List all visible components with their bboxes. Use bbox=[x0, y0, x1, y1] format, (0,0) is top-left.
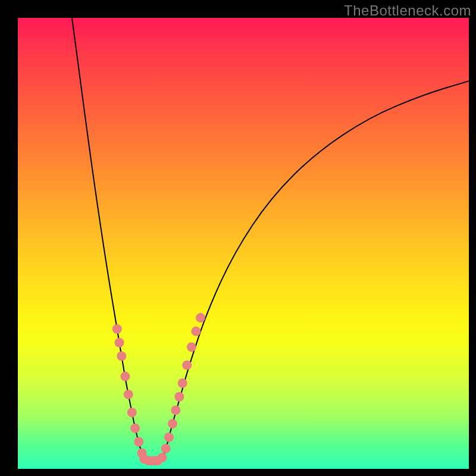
marker-point bbox=[182, 361, 192, 370]
marker-point bbox=[117, 352, 126, 361]
plot-area bbox=[18, 18, 469, 469]
marker-point bbox=[130, 424, 140, 433]
marker-point bbox=[161, 444, 171, 453]
marker-point bbox=[171, 405, 180, 415]
marker-point bbox=[164, 433, 174, 442]
chart-frame: TheBottleneck.com bbox=[0, 0, 476, 476]
marker-point bbox=[120, 372, 130, 381]
marker-point bbox=[112, 324, 122, 334]
marker-point bbox=[168, 419, 177, 428]
marker-point bbox=[187, 342, 196, 352]
marker-point bbox=[134, 437, 143, 447]
watermark-text: TheBottleneck.com bbox=[344, 2, 471, 19]
marker-point bbox=[191, 327, 201, 336]
marker-point bbox=[178, 378, 187, 388]
series-right-curve bbox=[162, 81, 469, 460]
series-left-curve bbox=[72, 18, 144, 460]
curves-svg bbox=[18, 18, 469, 469]
marker-point bbox=[158, 453, 167, 462]
marker-point bbox=[127, 408, 137, 417]
marker-layer bbox=[112, 313, 205, 465]
marker-point bbox=[124, 390, 133, 399]
marker-point bbox=[174, 392, 184, 402]
marker-point bbox=[196, 313, 205, 322]
marker-point bbox=[115, 338, 124, 347]
